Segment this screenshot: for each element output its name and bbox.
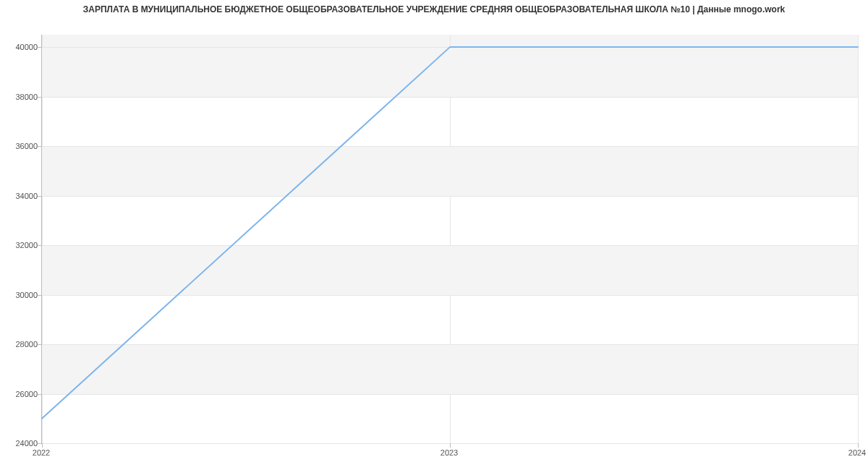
x-tick <box>858 443 859 448</box>
y-tick <box>38 47 42 48</box>
y-tick-label: 36000 <box>0 142 38 150</box>
y-tick-label: 26000 <box>0 390 38 398</box>
y-tick <box>38 245 42 246</box>
y-tick <box>38 146 42 147</box>
series-line <box>42 47 858 419</box>
x-tick-label: 2023 <box>441 448 458 457</box>
y-tick-label: 28000 <box>0 340 38 349</box>
x-tick <box>450 443 451 448</box>
y-tick <box>38 344 42 345</box>
y-tick-label: 30000 <box>0 291 38 299</box>
y-tick <box>38 196 42 197</box>
plot-area <box>41 35 858 444</box>
x-tick-label: 2022 <box>33 448 50 457</box>
y-tick-label: 32000 <box>0 241 38 249</box>
y-tick-label: 24000 <box>0 439 38 448</box>
chart-title: ЗАРПЛАТА В МУНИЦИПАЛЬНОЕ БЮДЖЕТНОЕ ОБЩЕО… <box>0 4 868 14</box>
y-tick-label: 38000 <box>0 93 38 101</box>
gridline-v <box>858 35 859 443</box>
y-tick-label: 40000 <box>0 43 38 51</box>
x-tick-label: 2024 <box>848 448 866 457</box>
y-tick <box>38 97 42 98</box>
x-tick <box>42 443 43 448</box>
line-canvas <box>42 35 858 443</box>
y-tick <box>38 295 42 296</box>
y-tick-label: 34000 <box>0 192 38 200</box>
y-tick <box>38 394 42 395</box>
